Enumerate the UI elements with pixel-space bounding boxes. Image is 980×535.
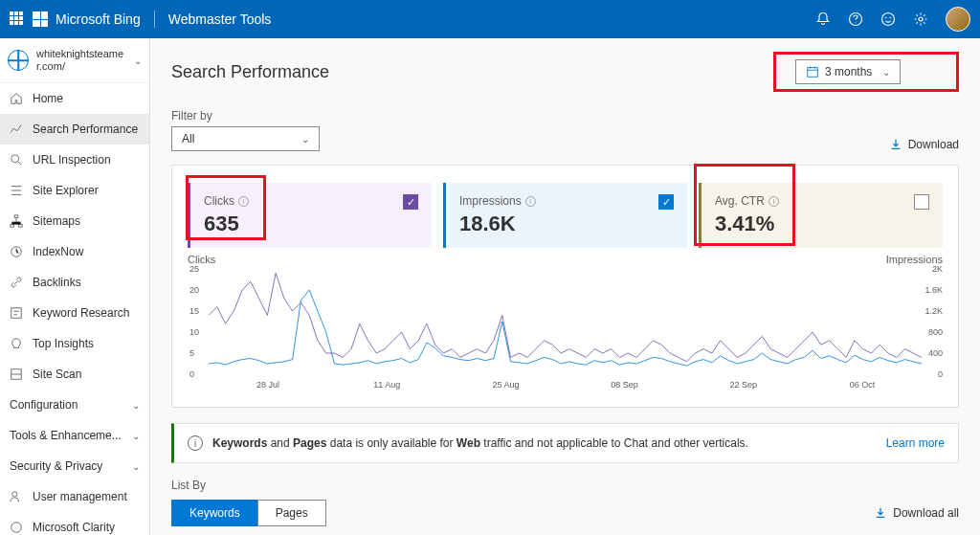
performance-chart: Clicks Impressions 051015202504008001.2K… [188, 267, 943, 391]
info-icon[interactable]: i [768, 196, 779, 207]
tab-keywords[interactable]: Keywords [171, 500, 257, 526]
svg-point-4 [919, 17, 923, 21]
user-icon [10, 490, 23, 503]
metric-impressions[interactable]: Impressionsi 18.6K ✓ [443, 183, 687, 248]
page-title: Search Performance [171, 62, 329, 82]
chevron-down-icon: ⌄ [301, 134, 309, 145]
sitemap-icon [10, 214, 23, 228]
user-avatar[interactable] [946, 7, 970, 32]
nav-site-scan[interactable]: Site Scan [0, 359, 149, 390]
nav-sitemaps[interactable]: Sitemaps [0, 206, 149, 236]
svg-point-5 [11, 155, 19, 163]
impressions-checkbox[interactable]: ✓ [658, 194, 674, 210]
svg-point-2 [885, 17, 887, 19]
keyword-icon [10, 306, 23, 320]
metric-impressions-value: 18.6K [459, 212, 536, 236]
date-range-selector[interactable]: 3 months ⌄ [795, 59, 901, 84]
nav-url-inspection[interactable]: URL Inspection [0, 145, 149, 175]
filter-selector[interactable]: All⌄ [171, 126, 320, 151]
link-icon [10, 276, 23, 289]
svg-point-13 [11, 523, 22, 533]
nav-site-explorer[interactable]: Site Explorer [0, 175, 149, 206]
svg-rect-10 [11, 308, 22, 319]
filter-label: Filter by [171, 109, 320, 123]
svg-point-1 [882, 13, 895, 26]
info-banner: i Keywords and Pages data is only availa… [171, 423, 959, 463]
list-by-label: List By [171, 479, 959, 492]
index-icon [10, 245, 23, 258]
download-icon [889, 138, 902, 151]
notifications-icon[interactable] [815, 11, 831, 27]
site-selector[interactable]: whiteknightsteamer.com/ ⌄ [0, 38, 149, 83]
nav-top-insights[interactable]: Top Insights [0, 328, 149, 359]
download-icon [874, 506, 887, 520]
nav-indexnow[interactable]: IndexNow [0, 236, 149, 267]
nav-home[interactable]: Home [0, 83, 149, 114]
microsoft-logo-icon [33, 11, 48, 27]
home-icon [10, 92, 23, 105]
nav-section-tools[interactable]: Tools & Enhanceme...⌄ [0, 420, 149, 451]
nav-section-configuration[interactable]: Configuration⌄ [0, 390, 149, 420]
download-button[interactable]: Download [889, 138, 959, 151]
globe-icon [8, 50, 29, 71]
app-launcher-icon[interactable] [10, 11, 25, 27]
metric-ctr-value: 3.41% [715, 212, 779, 236]
svg-rect-6 [14, 215, 18, 218]
svg-point-3 [890, 17, 892, 19]
learn-more-link[interactable]: Learn more [886, 436, 945, 450]
tab-pages[interactable]: Pages [257, 500, 326, 526]
insights-icon [10, 337, 23, 350]
svg-rect-8 [19, 225, 23, 228]
svg-point-12 [12, 492, 17, 497]
scan-icon [10, 368, 23, 381]
download-all-button[interactable]: Download all [874, 506, 959, 520]
svg-rect-7 [11, 225, 14, 228]
metric-ctr[interactable]: Avg. CTRi 3.41% [699, 183, 943, 248]
ctr-checkbox[interactable] [914, 194, 929, 210]
nav-user-management[interactable]: User management [0, 481, 149, 512]
brand-name: Microsoft Bing [56, 11, 141, 27]
settings-icon[interactable] [913, 11, 928, 27]
tool-name: Webmaster Tools [168, 11, 272, 27]
info-icon[interactable]: i [525, 196, 536, 207]
calendar-icon [806, 65, 819, 78]
chevron-down-icon: ⌄ [132, 431, 140, 441]
chevron-down-icon: ⌄ [882, 67, 890, 78]
metric-clicks[interactable]: Clicksi 635 ✓ [188, 183, 432, 248]
clicks-checkbox[interactable]: ✓ [403, 194, 418, 210]
nav-keyword-research[interactable]: Keyword Research [0, 298, 149, 328]
info-icon[interactable]: i [238, 196, 249, 207]
help-icon[interactable] [848, 11, 863, 27]
metric-clicks-value: 635 [204, 212, 249, 236]
nav-backlinks[interactable]: Backlinks [0, 267, 149, 298]
nav-search-performance[interactable]: Search Performance [0, 114, 149, 145]
chart-icon [10, 123, 23, 136]
chevron-down-icon: ⌄ [134, 56, 142, 66]
info-icon: i [188, 435, 203, 451]
list-icon [10, 184, 23, 197]
nav-section-security[interactable]: Security & Privacy⌄ [0, 451, 149, 481]
clarity-icon [10, 521, 23, 534]
feedback-icon[interactable] [880, 11, 896, 27]
chevron-down-icon: ⌄ [132, 400, 140, 411]
site-domain: whiteknightsteamer.com/ [36, 48, 126, 73]
nav-clarity[interactable]: Microsoft Clarity [0, 512, 149, 535]
search-icon [10, 153, 23, 167]
svg-rect-14 [808, 68, 818, 78]
chevron-down-icon: ⌄ [132, 461, 140, 472]
